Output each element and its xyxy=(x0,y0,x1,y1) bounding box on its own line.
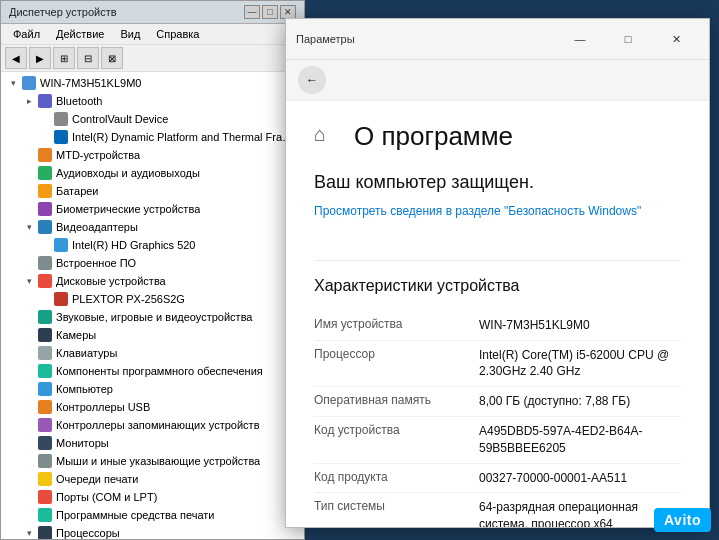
tree-item[interactable]: Компоненты программного обеспечения xyxy=(3,362,302,380)
tree-item-icon xyxy=(37,381,53,397)
tree-expander xyxy=(21,327,37,343)
tree-expander xyxy=(21,435,37,451)
tree-expander xyxy=(21,345,37,361)
tree-expander xyxy=(21,363,37,379)
tree-item[interactable]: Клавиатуры xyxy=(3,344,302,362)
settings-title-label: Параметры xyxy=(296,33,355,45)
settings-maximize-btn[interactable]: □ xyxy=(605,25,651,53)
spec-value: WIN-7M3H51KL9M0 xyxy=(479,317,590,334)
security-link[interactable]: Просмотреть сведения в разделе "Безопасн… xyxy=(314,203,641,220)
tree-item-label: Bluetooth xyxy=(56,95,102,107)
settings-minimize-btn[interactable]: — xyxy=(557,25,603,53)
tree-item-icon xyxy=(37,507,53,523)
tree-item-icon xyxy=(37,525,53,539)
settings-window: Параметры — □ ✕ ← ⌂ О программе Ваш комп… xyxy=(285,18,710,528)
settings-titlebar: Параметры — □ ✕ xyxy=(286,19,709,60)
tree-expander: ▾ xyxy=(21,273,37,289)
tree-item-icon xyxy=(37,489,53,505)
tree-item[interactable]: Intel(R) Dynamic Platform and Thermal Fr… xyxy=(3,128,302,146)
toolbar-icon3-btn[interactable]: ⊠ xyxy=(101,47,123,69)
devmgr-window: Диспетчер устройств — □ ✕ Файл Действие … xyxy=(0,0,305,540)
tree-expander xyxy=(37,291,53,307)
menu-view[interactable]: Вид xyxy=(112,26,148,42)
tree-item[interactable]: ▾Процессоры xyxy=(3,524,302,539)
toolbar-back-btn[interactable]: ◀ xyxy=(5,47,27,69)
tree-item[interactable]: ▾Дисковые устройства xyxy=(3,272,302,290)
tree-item[interactable]: Встроенное ПО xyxy=(3,254,302,272)
spec-label: Оперативная память xyxy=(314,393,479,410)
tree-expander: ▾ xyxy=(21,219,37,235)
tree-item[interactable]: Аудиовходы и аудиовыходы xyxy=(3,164,302,182)
tree-item[interactable]: PLEXTOR PX-256S2G xyxy=(3,290,302,308)
tree-item-icon xyxy=(37,453,53,469)
tree-item[interactable]: Intel(R) HD Graphics 520 xyxy=(3,236,302,254)
devmgr-minimize-btn[interactable]: — xyxy=(244,5,260,19)
tree-item[interactable]: Контроллеры USB xyxy=(3,398,302,416)
tree-item-label: Процессоры xyxy=(56,527,120,539)
tree-item-icon xyxy=(37,93,53,109)
tree-expander xyxy=(21,183,37,199)
tree-item[interactable]: Контроллеры запоминающих устройств xyxy=(3,416,302,434)
tree-expander xyxy=(21,399,37,415)
device-chars-title: Характеристики устройства xyxy=(314,277,681,295)
tree-item[interactable]: Мониторы xyxy=(3,434,302,452)
tree-item-label: MTD-устройства xyxy=(56,149,140,161)
menu-action[interactable]: Действие xyxy=(48,26,112,42)
tree-item[interactable]: ▾WIN-7M3H51KL9M0 xyxy=(3,74,302,92)
tree-item[interactable]: Порты (COM и LPT) xyxy=(3,488,302,506)
tree-expander: ▸ xyxy=(21,93,37,109)
tree-item-icon xyxy=(37,147,53,163)
tree-expander xyxy=(21,147,37,163)
tree-item-label: Intel(R) Dynamic Platform and Thermal Fr… xyxy=(72,131,300,143)
menu-file[interactable]: Файл xyxy=(5,26,48,42)
tree-expander xyxy=(21,471,37,487)
tree-expander xyxy=(21,201,37,217)
tree-item[interactable]: MTD-устройства xyxy=(3,146,302,164)
spec-label: Тип системы xyxy=(314,499,479,527)
tree-item[interactable]: ▾Видеоадаптеры xyxy=(3,218,302,236)
tree-item-label: Контроллеры USB xyxy=(56,401,150,413)
settings-titlebar-buttons: — □ ✕ xyxy=(557,25,699,53)
tree-item[interactable]: Компьютер xyxy=(3,380,302,398)
tree-item-icon xyxy=(53,111,69,127)
spec-row: ПроцессорIntel(R) Core(TM) i5-6200U CPU … xyxy=(314,341,681,388)
tree-item-icon xyxy=(37,165,53,181)
tree-item[interactable]: Программные средства печати xyxy=(3,506,302,524)
settings-header: ⌂ О программе xyxy=(314,121,681,152)
tree-expander xyxy=(21,417,37,433)
toolbar-forward-btn[interactable]: ▶ xyxy=(29,47,51,69)
devmgr-titlebar-buttons: — □ ✕ xyxy=(244,5,296,19)
tree-item[interactable]: Батареи xyxy=(3,182,302,200)
menu-help[interactable]: Справка xyxy=(148,26,207,42)
spec-row: Код продукта00327-70000-00001-AA511 xyxy=(314,464,681,494)
tree-item[interactable]: Мыши и иные указывающие устройства xyxy=(3,452,302,470)
settings-close-btn[interactable]: ✕ xyxy=(653,25,699,53)
tree-item-label: WIN-7M3H51KL9M0 xyxy=(40,77,141,89)
tree-expander xyxy=(21,507,37,523)
tree-item-label: Звуковые, игровые и видеоустройства xyxy=(56,311,253,323)
spec-label: Процессор xyxy=(314,347,479,381)
tree-item-icon xyxy=(37,273,53,289)
tree-item-icon xyxy=(53,291,69,307)
tree-item-label: Дисковые устройства xyxy=(56,275,166,287)
tree-item-label: Батареи xyxy=(56,185,99,197)
tree-item[interactable]: Биометрические устройства xyxy=(3,200,302,218)
spec-row: Тип системы64-разрядная операционная сис… xyxy=(314,493,681,527)
tree-item-label: ControlVault Device xyxy=(72,113,168,125)
tree-expander xyxy=(21,453,37,469)
tree-expander xyxy=(21,309,37,325)
tree-item[interactable]: Очереди печати xyxy=(3,470,302,488)
devmgr-close-btn[interactable]: ✕ xyxy=(280,5,296,19)
tree-item[interactable]: ▸Bluetooth xyxy=(3,92,302,110)
spec-value: 64-разрядная операционная система, проце… xyxy=(479,499,681,527)
spec-row: Код устройстваA495DBD5-597A-4ED2-B64A-59… xyxy=(314,417,681,464)
toolbar-icon1-btn[interactable]: ⊞ xyxy=(53,47,75,69)
devmgr-tree[interactable]: ▾WIN-7M3H51KL9M0▸BluetoothControlVault D… xyxy=(1,72,304,539)
tree-item[interactable]: Камеры xyxy=(3,326,302,344)
tree-item[interactable]: ControlVault Device xyxy=(3,110,302,128)
devmgr-maximize-btn[interactable]: □ xyxy=(262,5,278,19)
tree-item[interactable]: Звуковые, игровые и видеоустройства xyxy=(3,308,302,326)
tree-item-icon xyxy=(37,255,53,271)
settings-back-btn[interactable]: ← xyxy=(298,66,326,94)
toolbar-icon2-btn[interactable]: ⊟ xyxy=(77,47,99,69)
